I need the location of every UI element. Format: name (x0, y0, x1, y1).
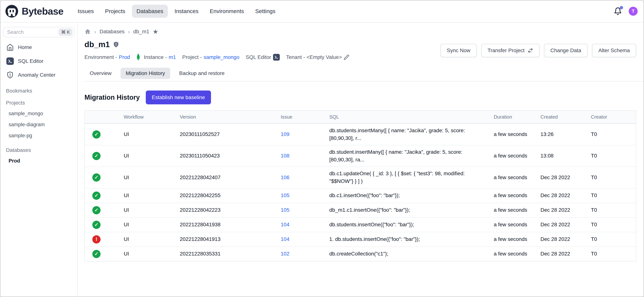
button-label: Transfer Project (488, 48, 524, 54)
nav-issues[interactable]: Issues (73, 5, 98, 18)
tab-backup-and-restore[interactable]: Backup and restore (174, 68, 230, 79)
issue-link[interactable]: 108 (281, 153, 290, 159)
sync-now-button[interactable]: Sync Now (440, 44, 477, 57)
tenant-label: Tenant - <Empty Value> (286, 54, 342, 60)
issue-link[interactable]: 102 (281, 251, 290, 257)
sql-cell: db.students.insertOne({"foo": "bar"}); (329, 218, 494, 231)
table-row[interactable]: UI 20230111052527 109 db.students.insert… (85, 123, 636, 145)
sidebar-item-sample-pg[interactable]: sample-pg (0, 130, 77, 141)
table-row[interactable]: UI 20221228042407 106 db.c1.updateOne( {… (85, 166, 636, 188)
creator-cell: T0 (591, 218, 636, 231)
created-cell: 13:26 (540, 128, 591, 141)
created-cell: Dec 28 2022 (540, 189, 591, 202)
search-input[interactable] (7, 29, 56, 35)
sidebar-item-prod[interactable]: Prod (0, 155, 77, 166)
success-icon (92, 130, 100, 139)
nav-environments[interactable]: Environments (205, 5, 248, 18)
issue-link[interactable]: 105 (281, 207, 290, 213)
table-row[interactable]: UI 20221228035331 102 db.createCollectio… (85, 246, 636, 261)
nav-projects[interactable]: Projects (100, 5, 130, 18)
sql-cell: db.c1.updateOne( { _id: 3 }, [ { $set: {… (329, 167, 494, 188)
breadcrumb-home-icon[interactable] (84, 29, 91, 35)
duration-cell: a few seconds (494, 171, 540, 184)
breadcrumb-separator: › (128, 29, 130, 35)
table-row[interactable]: UI 20221228042223 105 db_m1.c1.insertOne… (85, 203, 636, 217)
button-label: Change Data (550, 48, 581, 54)
table-row[interactable]: UI 20221228041938 104 db.students.insert… (85, 217, 636, 232)
creator-cell: T0 (591, 128, 636, 141)
tab-overview[interactable]: Overview (84, 68, 117, 79)
created-cell: Dec 28 2022 (540, 171, 591, 184)
top-navbar: Bytebase Issues Projects Databases Insta… (0, 0, 644, 23)
sidebar-item-sql-editor[interactable]: SQL Editor (0, 54, 77, 68)
column-header-version: Version (180, 114, 281, 120)
instance-link[interactable]: m1 (168, 54, 176, 60)
sidebar-section-projects: Projects sample_mongo sample-diagram sam… (0, 100, 77, 141)
duration-cell: a few seconds (494, 149, 540, 163)
table-row[interactable]: UI 20221228042255 105 db.c1.insertOne({"… (85, 188, 636, 203)
breadcrumb-db-m1[interactable]: db_m1 (133, 29, 149, 35)
issue-link[interactable]: 109 (281, 131, 290, 137)
issue-link[interactable]: 104 (281, 236, 290, 242)
mongodb-leaf-icon (136, 54, 140, 61)
creator-cell: T0 (591, 232, 636, 246)
success-icon (92, 206, 100, 214)
environment-link[interactable]: Prod (119, 54, 130, 60)
workflow-cell: UI (124, 247, 180, 261)
change-data-button[interactable]: Change Data (544, 44, 588, 57)
sidebar-item-label: Anomaly Center (18, 72, 56, 78)
bytebase-logo-icon (5, 4, 19, 18)
workflow-cell: UI (124, 128, 180, 141)
issue-link[interactable]: 106 (281, 174, 290, 180)
brand[interactable]: Bytebase (5, 4, 63, 18)
database-meta-row: Environment - Prod Instance - m1 Project… (84, 54, 349, 61)
sidebar-section-databases: Databases Prod (0, 147, 77, 166)
workflow-cell: UI (124, 232, 180, 246)
avatar[interactable]: T (629, 7, 638, 16)
column-header-issue: Issue (281, 114, 329, 120)
creator-cell: T0 (591, 247, 636, 261)
project-link[interactable]: sample_mongo (204, 54, 240, 60)
tab-migration-history[interactable]: Migration History (120, 68, 170, 79)
favorite-star-icon[interactable]: ★ (153, 29, 158, 35)
created-cell: Dec 28 2022 (540, 218, 591, 231)
database-tabs: Overview Migration History Backup and re… (84, 68, 636, 79)
sidebar-item-sample-mongo[interactable]: sample_mongo (0, 108, 77, 119)
version-cell: 20230111052527 (180, 128, 281, 141)
column-header-workflow: Workflow (124, 114, 180, 120)
version-cell: 20221228035331 (180, 247, 281, 261)
notification-dot (620, 6, 623, 9)
sidebar-item-sample-diagram[interactable]: sample-diagram (0, 119, 77, 130)
issue-link[interactable]: 104 (281, 222, 290, 227)
table-row[interactable]: UI 20230111050423 108 db.student.insertM… (85, 145, 636, 166)
sidebar-section-bookmarks: Bookmarks (0, 88, 77, 94)
nav-settings[interactable]: Settings (251, 5, 280, 18)
section-label: Bookmarks (0, 88, 77, 94)
edit-pencil-icon[interactable] (344, 55, 349, 60)
search-box: ⌘ K (3, 27, 75, 37)
notifications-bell-icon[interactable] (614, 7, 622, 15)
nav-instances[interactable]: Instances (170, 5, 203, 18)
issue-link[interactable]: 105 (281, 192, 290, 198)
sql-cell: db.createCollection("c1"); (329, 247, 494, 261)
success-icon (92, 173, 100, 182)
sidebar-item-anomaly-center[interactable]: Anomaly Center (0, 68, 77, 82)
creator-cell: T0 (591, 149, 636, 163)
transfer-project-button[interactable]: Transfer Project (481, 44, 540, 57)
sidebar-item-home[interactable]: Home (0, 40, 77, 54)
establish-new-baseline-button[interactable]: Establish new baseline (146, 91, 211, 104)
workflow-cell: UI (124, 149, 180, 163)
created-cell: 13:08 (540, 149, 591, 163)
breadcrumb-databases[interactable]: Databases (100, 29, 125, 35)
alter-schema-button[interactable]: Alter Schema (592, 44, 636, 57)
created-cell: Dec 28 2022 (540, 203, 591, 217)
version-cell: 20221228042407 (180, 171, 281, 184)
workflow-cell: UI (124, 171, 180, 184)
breadcrumb: › Databases › db_m1 ★ (84, 29, 636, 35)
sql-cell: db.student.insertMany([ { name: "Jacika"… (329, 145, 494, 166)
table-row[interactable]: UI 20221228041913 104 1. db.students.ins… (85, 232, 636, 246)
sql-editor-terminal-icon[interactable] (273, 54, 280, 61)
nav-databases[interactable]: Databases (132, 5, 168, 18)
environment-meta: Environment - Prod (84, 54, 130, 60)
tenant-meta: Tenant - <Empty Value> (286, 54, 349, 60)
